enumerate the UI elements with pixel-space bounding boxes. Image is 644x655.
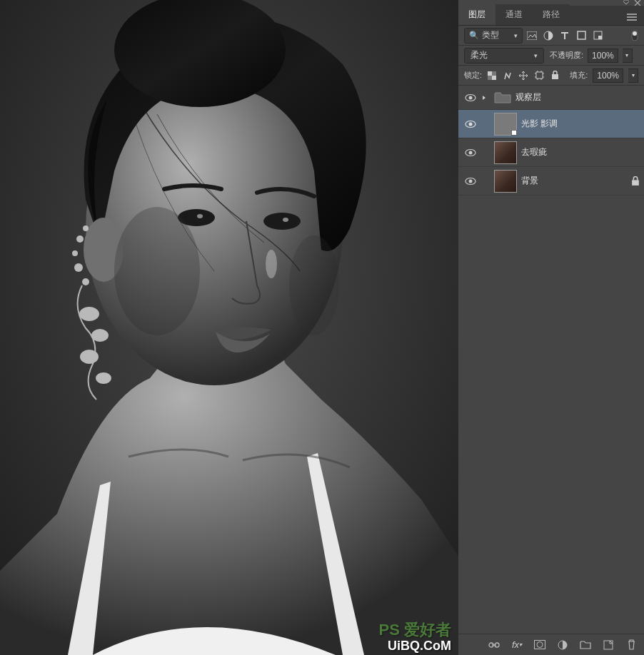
svg-rect-27	[488, 71, 492, 76]
svg-point-17	[96, 372, 111, 384]
filter-icons-group	[527, 31, 603, 41]
svg-point-13	[82, 278, 89, 285]
new-group-icon[interactable]	[580, 639, 591, 651]
new-adjustment-icon[interactable]	[557, 639, 568, 651]
layer-name-label: 光影 影调	[521, 118, 558, 130]
blend-mode-value: 柔光	[471, 49, 488, 61]
filter-kind-label: 类型	[482, 29, 499, 41]
svg-point-9	[83, 225, 89, 231]
caret-down-icon: ▾	[534, 52, 538, 59]
svg-point-10	[76, 235, 84, 243]
lock-icons-group	[487, 71, 560, 81]
new-layer-icon[interactable]	[603, 639, 614, 651]
svg-point-14	[79, 307, 99, 321]
svg-point-40	[469, 179, 473, 183]
layer-group-row[interactable]: 观察层	[458, 86, 644, 110]
fill-caret[interactable]: ▾	[628, 68, 638, 83]
link-layers-icon[interactable]	[488, 639, 500, 651]
layers-bottom-toolbar: fx▾	[458, 634, 644, 655]
svg-point-7	[266, 250, 277, 278]
svg-point-6	[283, 218, 288, 222]
lock-label: 锁定:	[464, 70, 482, 81]
svg-rect-22	[578, 31, 585, 39]
canvas-area[interactable]	[0, 0, 458, 655]
svg-rect-24	[598, 36, 602, 39]
watermark-text-1: PS 爱好者	[379, 619, 451, 641]
opacity-caret[interactable]: ▾	[623, 49, 633, 63]
visibility-eye-icon[interactable]	[465, 148, 476, 157]
svg-point-26	[633, 31, 637, 36]
layer-row[interactable]: 背景	[458, 167, 644, 196]
blend-mode-select[interactable]: 柔光 ▾	[464, 48, 544, 64]
svg-point-19	[289, 235, 339, 335]
lock-artboard-icon[interactable]	[534, 71, 544, 81]
panel-tabs: 图层 通道 路径	[458, 6, 644, 26]
caret-down-icon: ▾	[514, 32, 518, 39]
lock-all-icon[interactable]	[550, 71, 560, 81]
filter-pixel-icon[interactable]	[527, 31, 537, 41]
opacity-label: 不透明度:	[550, 50, 583, 61]
layer-name-label: 观察层	[515, 91, 541, 103]
layer-name-label: 去瑕疵	[521, 146, 547, 158]
layer-thumbnail[interactable]	[494, 113, 517, 136]
filter-shape-icon[interactable]	[576, 31, 586, 41]
visibility-eye-icon[interactable]	[465, 177, 476, 186]
panel-menu-icon[interactable]	[620, 9, 644, 25]
watermark-text-2: UiBQ.CoM	[388, 639, 451, 654]
lock-icon	[631, 176, 640, 186]
svg-point-46	[537, 642, 543, 648]
svg-point-36	[469, 122, 473, 126]
blend-mode-row: 柔光 ▾ 不透明度: 100% ▾	[458, 46, 644, 66]
folder-icon	[494, 91, 511, 104]
tab-channels[interactable]: 通道	[495, 4, 533, 25]
svg-rect-32	[552, 74, 558, 79]
tab-paths[interactable]: 路径	[533, 4, 570, 25]
svg-point-38	[469, 151, 473, 154]
lock-position-icon[interactable]	[518, 71, 528, 81]
filter-adjustment-icon[interactable]	[543, 31, 553, 41]
svg-point-16	[80, 350, 99, 364]
svg-rect-29	[492, 71, 496, 76]
svg-rect-31	[536, 72, 543, 78]
visibility-eye-icon[interactable]	[465, 93, 476, 102]
layers-list: 观察层 光影 影调 去瑕疵 背景	[458, 86, 644, 634]
svg-point-34	[469, 96, 473, 99]
layer-thumbnail[interactable]	[494, 170, 517, 193]
visibility-eye-icon[interactable]	[465, 120, 476, 128]
svg-point-12	[74, 263, 83, 272]
layers-panel: 图层 通道 路径 🔍 类型 ▾ 柔光 ▾ 不透明度: 100% ▾	[458, 0, 644, 655]
layer-fx-icon[interactable]: fx▾	[511, 639, 523, 651]
layer-row[interactable]: 光影 影调	[458, 110, 644, 138]
layer-thumbnail[interactable]	[494, 141, 517, 164]
layer-name-label: 背景	[521, 175, 538, 187]
filter-smartobject-icon[interactable]	[593, 31, 603, 41]
svg-rect-41	[632, 180, 639, 186]
filter-type-icon[interactable]	[560, 31, 570, 41]
add-mask-icon[interactable]	[534, 639, 545, 651]
tab-layers[interactable]: 图层	[458, 4, 495, 25]
fill-label: 填充:	[570, 70, 588, 81]
portrait-image	[0, 0, 458, 655]
svg-point-18	[114, 207, 200, 335]
layer-filter-row: 🔍 类型 ▾	[458, 26, 644, 46]
opacity-value-input[interactable]: 100%	[588, 49, 618, 63]
expand-group-icon[interactable]	[478, 95, 490, 101]
search-icon: 🔍	[469, 31, 479, 40]
svg-point-5	[197, 214, 203, 218]
filter-toggle-switch[interactable]	[631, 30, 638, 41]
svg-point-4	[263, 213, 301, 230]
svg-rect-28	[492, 76, 496, 80]
fill-value-input[interactable]: 100%	[593, 68, 623, 83]
svg-rect-30	[488, 76, 492, 80]
layer-row[interactable]: 去瑕疵	[458, 138, 644, 167]
svg-point-15	[91, 329, 109, 342]
delete-layer-icon[interactable]	[625, 639, 637, 651]
filter-kind-select[interactable]: 🔍 类型 ▾	[464, 28, 523, 44]
lock-transparency-icon[interactable]	[487, 71, 497, 81]
lock-image-icon[interactable]	[503, 71, 513, 81]
lock-row: 锁定: 填充: 100% ▾	[458, 66, 644, 86]
svg-point-11	[72, 250, 78, 256]
